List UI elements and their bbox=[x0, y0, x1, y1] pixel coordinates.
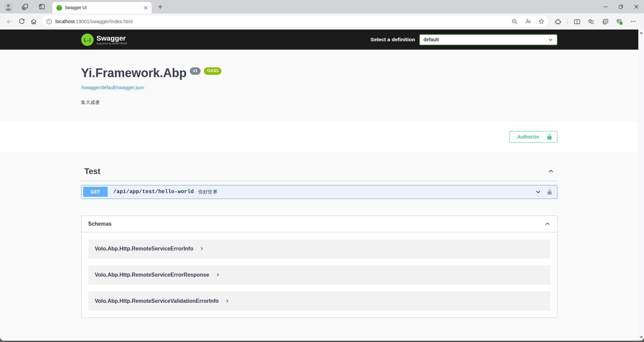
chevron-right-icon bbox=[225, 299, 229, 303]
api-title: Yi.Framework.Abp bbox=[81, 66, 187, 80]
minimize-icon bbox=[603, 4, 608, 9]
site-info-icon[interactable] bbox=[46, 19, 52, 24]
schema-name: Volo.Abp.Http.RemoteServiceValidationErr… bbox=[95, 298, 219, 304]
tab-strip: {…} Swagger UI bbox=[0, 0, 644, 13]
tag-title: Test bbox=[85, 167, 101, 176]
workspaces-button[interactable] bbox=[19, 1, 31, 12]
api-main: Test GET /api/app/test/hello-world 你好世界 bbox=[0, 153, 638, 318]
tab-close-button[interactable] bbox=[142, 4, 149, 11]
read-aloud-icon bbox=[525, 18, 531, 25]
profile-avatar-icon bbox=[3, 2, 13, 12]
schema-name: Volo.Abp.Http.RemoteServiceErrorResponse bbox=[95, 272, 209, 278]
collections-icon bbox=[602, 18, 609, 25]
refresh-icon bbox=[18, 18, 25, 25]
schema-row-remote-service-error-response[interactable]: Volo.Abp.Http.RemoteServiceErrorResponse bbox=[88, 265, 550, 285]
restore-icon bbox=[618, 4, 624, 9]
new-tab-button[interactable] bbox=[155, 2, 165, 12]
toolbar-right-icons bbox=[550, 15, 641, 27]
swagger-logo[interactable]: {…} Swagger Supported by SMARTBEAR bbox=[81, 34, 127, 46]
schema-name: Volo.Abp.Http.RemoteServiceErrorInfo bbox=[95, 246, 194, 252]
chevron-up-icon[interactable] bbox=[548, 168, 554, 174]
browser-toolbar: localhost:19001/swagger/index.html bbox=[0, 13, 644, 30]
operation-summary: 你好世界 bbox=[198, 189, 218, 195]
scroll-up-arrow-icon[interactable] bbox=[640, 32, 643, 34]
smartbear-tagline: Supported by SMARTBEAR bbox=[97, 42, 127, 45]
api-description: 集大成者 bbox=[81, 100, 557, 106]
selected-definition: default bbox=[424, 37, 439, 42]
authorize-label: Authorize bbox=[517, 134, 539, 139]
profile-avatar[interactable] bbox=[3, 1, 14, 12]
definition-select[interactable]: default bbox=[419, 34, 557, 45]
tab-actions-icon bbox=[38, 3, 46, 10]
chevron-up-icon[interactable] bbox=[545, 221, 550, 227]
restore-button[interactable] bbox=[613, 0, 629, 13]
operation-get-hello-world[interactable]: GET /api/app/test/hello-world 你好世界 bbox=[81, 185, 557, 199]
refresh-button[interactable] bbox=[15, 15, 28, 27]
favorites-list-icon bbox=[588, 18, 595, 25]
scroll-down-arrow-icon[interactable] bbox=[640, 336, 643, 339]
close-icon bbox=[634, 4, 639, 9]
definition-select-group: Select a definition default bbox=[371, 34, 557, 45]
favorites-bar-button[interactable] bbox=[585, 15, 597, 27]
unlocked-padlock-icon[interactable] bbox=[547, 189, 552, 195]
back-button[interactable] bbox=[3, 15, 15, 27]
collections-button[interactable] bbox=[599, 15, 611, 27]
chevron-right-icon bbox=[200, 246, 204, 251]
address-bar[interactable]: localhost:19001/swagger/index.html bbox=[42, 15, 548, 27]
viewport: {…} Swagger Supported by SMARTBEAR Selec… bbox=[0, 30, 644, 341]
split-screen-button[interactable] bbox=[571, 15, 583, 27]
tabstrip-left-icons bbox=[0, 1, 52, 12]
home-icon bbox=[30, 18, 37, 25]
api-info-section: Yi.Framework.Abp v1 OAS3 /swagger/defaul… bbox=[0, 50, 638, 121]
scheme-container: Authorize bbox=[0, 121, 638, 153]
authorize-button[interactable]: Authorize bbox=[509, 131, 557, 142]
close-icon bbox=[144, 6, 148, 10]
close-window-button[interactable] bbox=[629, 0, 644, 13]
read-aloud-button[interactable] bbox=[523, 16, 533, 26]
tab-title: Swagger UI bbox=[65, 5, 140, 10]
schema-row-remote-service-validation-error-info[interactable]: Volo.Abp.Http.RemoteServiceValidationErr… bbox=[88, 291, 550, 311]
chevron-down-icon[interactable] bbox=[535, 189, 541, 195]
operation-path: /api/app/test/hello-world bbox=[113, 189, 194, 195]
minimize-button[interactable] bbox=[598, 0, 613, 13]
star-icon bbox=[538, 18, 545, 25]
method-badge: GET bbox=[83, 187, 108, 197]
zoom-out-button[interactable] bbox=[509, 16, 520, 26]
swagger-logo-icon: {…} bbox=[81, 34, 94, 46]
schemas-header[interactable]: Schemas bbox=[82, 216, 557, 232]
browser-tab[interactable]: {…} Swagger UI bbox=[52, 2, 152, 13]
settings-more-button[interactable] bbox=[627, 15, 639, 27]
url-text[interactable]: localhost:19001/swagger/index.html bbox=[55, 19, 506, 24]
extensions-button[interactable] bbox=[552, 15, 564, 27]
spec-json-link[interactable]: /swagger/default/swagger.json bbox=[81, 85, 144, 90]
back-arrow-icon bbox=[6, 18, 13, 25]
swagger-wordmark: Swagger bbox=[97, 35, 127, 42]
unlocked-padlock-icon bbox=[546, 134, 552, 140]
api-title-row: Yi.Framework.Abp v1 OAS3 bbox=[81, 66, 557, 80]
swagger-topbar: {…} Swagger Supported by SMARTBEAR Selec… bbox=[0, 30, 638, 50]
extensions-puzzle-icon bbox=[554, 18, 561, 25]
browser-window: {…} Swagger UI bbox=[0, 0, 644, 341]
chevron-right-icon bbox=[216, 273, 220, 277]
schemas-section: Schemas Volo.Abp.Http.RemoteServiceError… bbox=[81, 216, 557, 318]
favorite-star-button[interactable] bbox=[536, 16, 546, 26]
browser-essentials-button[interactable] bbox=[613, 15, 625, 27]
browser-essentials-icon bbox=[615, 18, 623, 25]
oas3-badge: OAS3 bbox=[204, 67, 221, 75]
swagger-page: {…} Swagger Supported by SMARTBEAR Selec… bbox=[0, 30, 638, 341]
schema-row-remote-service-error-info[interactable]: Volo.Abp.Http.RemoteServiceErrorInfo bbox=[88, 239, 550, 259]
home-button[interactable] bbox=[28, 15, 40, 27]
split-screen-icon bbox=[574, 18, 581, 25]
chevron-down-icon bbox=[548, 37, 553, 42]
magnifier-minus-icon bbox=[512, 18, 518, 25]
url-path: :19001/swagger/index.html bbox=[74, 19, 132, 24]
schemas-title: Schemas bbox=[88, 221, 112, 227]
workspaces-icon bbox=[21, 3, 29, 10]
tag-section-header[interactable]: Test bbox=[81, 163, 557, 181]
plus-icon bbox=[158, 4, 163, 9]
toolbar-separator bbox=[567, 18, 568, 25]
select-definition-label: Select a definition bbox=[371, 37, 415, 43]
version-badge: v1 bbox=[190, 67, 201, 75]
vertical-scrollbar[interactable] bbox=[638, 30, 644, 341]
tab-actions-button[interactable] bbox=[36, 1, 48, 12]
